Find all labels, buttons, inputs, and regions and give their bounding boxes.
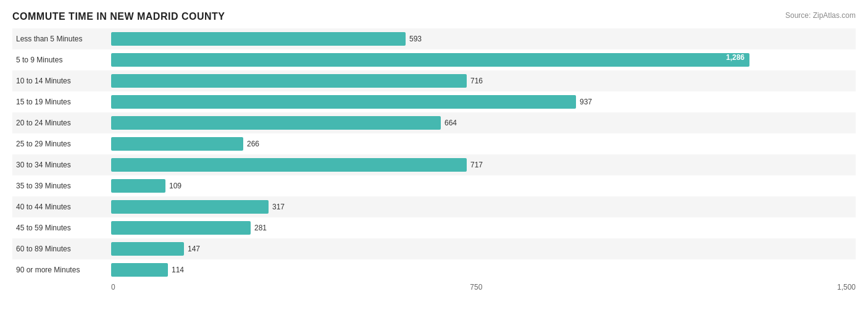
bar-row: 60 to 89 Minutes147 [12,238,856,259]
bar-value: 317 [272,203,285,211]
bar-label: 10 to 14 Minutes [12,77,111,85]
bar-row: 45 to 59 Minutes281 [12,217,856,238]
bar-label: 15 to 19 Minutes [12,98,111,106]
bar-fill [111,158,467,172]
bar-track: 147 [111,242,856,256]
bar-row: 25 to 29 Minutes266 [12,133,856,154]
x-axis-tick: 750 [470,283,482,292]
bar-value: 664 [444,119,457,127]
bar-fill [111,179,165,193]
bar-row: 20 to 24 Minutes664 [12,112,856,133]
bar-track: 114 [111,263,856,277]
bar-value: 593 [409,35,422,43]
bar-value: 281 [254,224,267,232]
bar-label: 35 to 39 Minutes [12,182,111,190]
chart-title: COMMUTE TIME IN NEW MADRID COUNTY [12,11,856,22]
bar-fill [111,263,168,277]
bar-row: 10 to 14 Minutes716 [12,70,856,91]
bar-value: 716 [470,77,483,85]
bar-label: 25 to 29 Minutes [12,140,111,148]
bar-label: 5 to 9 Minutes [12,56,111,64]
bar-fill [111,221,251,235]
bar-track: 937 [111,95,856,109]
bar-label: 90 or more Minutes [12,266,111,274]
bar-value: 114 [172,266,184,274]
bar-fill: 1,286 [111,53,749,67]
bar-value: 717 [470,161,483,169]
bar-label: Less than 5 Minutes [12,35,111,43]
bar-track: 317 [111,200,856,214]
bar-row: 15 to 19 Minutes937 [12,91,856,112]
bar-label: 30 to 34 Minutes [12,161,111,169]
bars-area: Less than 5 Minutes5935 to 9 Minutes1,28… [12,28,856,280]
bar-value: 937 [580,98,592,106]
bar-track: 266 [111,137,856,151]
bar-row: 30 to 34 Minutes717 [12,154,856,175]
bar-fill [111,116,441,130]
bar-fill [111,242,184,256]
bar-value: 147 [188,245,200,253]
bar-fill [111,200,269,214]
bar-fill [111,74,467,88]
bar-track: 1,286 [111,53,856,67]
bar-value: 1,286 [726,53,745,62]
bar-track: 717 [111,158,856,172]
x-axis-labels: 07501,500 [111,283,856,292]
x-axis-tick: 0 [111,283,115,292]
bar-track: 281 [111,221,856,235]
x-axis: 07501,500 [111,283,856,292]
bar-label: 45 to 59 Minutes [12,224,111,232]
x-axis-tick: 1,500 [837,283,856,292]
bar-track: 716 [111,74,856,88]
bar-track: 593 [111,32,856,46]
bar-track: 664 [111,116,856,130]
bar-value: 109 [169,182,182,190]
bar-label: 20 to 24 Minutes [12,119,111,127]
bar-fill [111,95,576,109]
chart-container: COMMUTE TIME IN NEW MADRID COUNTY Source… [0,0,868,323]
bar-fill [111,32,406,46]
bar-fill [111,137,243,151]
bar-label: 40 to 44 Minutes [12,203,111,211]
bar-row: 5 to 9 Minutes1,286 [12,49,856,70]
bar-track: 109 [111,179,856,193]
bar-value: 266 [247,140,259,148]
source-text: Source: ZipAtlas.com [785,11,856,20]
bar-row: 40 to 44 Minutes317 [12,196,856,217]
bar-row: Less than 5 Minutes593 [12,28,856,49]
bar-label: 60 to 89 Minutes [12,245,111,253]
bar-row: 35 to 39 Minutes109 [12,175,856,196]
bar-row: 90 or more Minutes114 [12,259,856,280]
